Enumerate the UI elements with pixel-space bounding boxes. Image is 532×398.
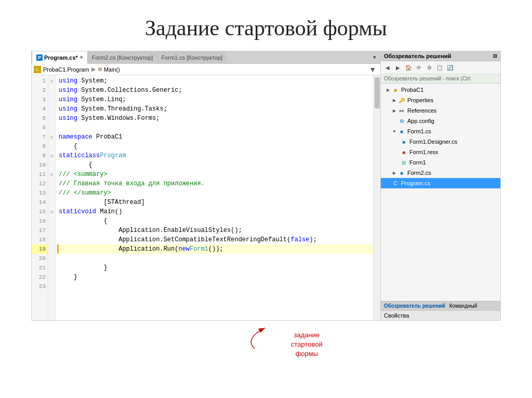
toolbar-back-btn[interactable]: ◀ [383, 63, 392, 72]
cm-8 [48, 142, 55, 151]
cm-7[interactable]: ⊟ [48, 132, 55, 142]
toolbar-copy-btn[interactable]: 📋 [435, 63, 444, 72]
tree-label-probac1: ProbaC1 [401, 87, 423, 93]
code-line-14: [STAthread] [59, 198, 373, 207]
solution-bottom-tabs: Обозреватель решений Командный [381, 301, 500, 310]
solution-explorer: Обозреватель решений ⊟ ◀ ▶ 🏠 ⟳ ⚙ 📋 🔄 Обо… [381, 51, 500, 320]
tree-item-properties[interactable]: ▶ 🔑 Properties [381, 95, 500, 105]
annotation-arrow-svg [234, 323, 296, 354]
toolbar-home-btn[interactable]: 🏠 [404, 63, 413, 72]
tree-icon-programcs: C [391, 179, 400, 187]
tree-label-appconfig: App.config [407, 118, 434, 124]
toolbar-settings-btn[interactable]: ⚙ [424, 63, 434, 72]
breadcrumb-nav[interactable]: ▼ [367, 65, 378, 74]
code-line-12: /// Главная точка входа для приложения. [59, 179, 373, 188]
tree-label-form1resx: Form1.resx [409, 149, 438, 155]
tree-icon-solution: ■ [391, 86, 400, 94]
tree-item-probac1[interactable]: ▶ ■ ProbaC1 [381, 85, 500, 95]
code-line-23 [59, 282, 373, 291]
tree-label-form1: Form1 [409, 159, 426, 166]
tab-bar: P Program.cs* × Form2.cs [Конструктор] F… [32, 51, 380, 64]
solution-title: Обозреватель решений [384, 53, 451, 59]
tree-label-form1cs: Form1.cs [407, 128, 431, 134]
tab-program-cs[interactable]: P Program.cs* × [32, 51, 88, 64]
annotation-text: задание стартовой формы [291, 331, 323, 359]
cm-22 [48, 272, 55, 282]
cm-5 [48, 114, 55, 123]
tab-icon-1: P [36, 54, 43, 61]
code-line-6 [59, 123, 373, 132]
tab-form2[interactable]: Form2.cs [Конструктор] [88, 51, 157, 64]
cm-11[interactable]: ⊟ [48, 170, 55, 179]
code-line-22: } [59, 272, 373, 282]
solution-tree: ▶ ■ ProbaC1 ▶ 🔑 Properties ▶ ■■ Referenc… [381, 84, 500, 301]
tab-close-icon[interactable]: × [80, 54, 83, 60]
tree-arrow-properties: ▶ [391, 97, 397, 103]
tree-arrow-form1cs: ▼ [391, 128, 397, 134]
tree-item-references[interactable]: ▶ ■■ References [381, 105, 500, 116]
cm-14 [48, 198, 55, 207]
tree-icon-form1resx: ■ [400, 148, 408, 156]
tree-item-form2cs[interactable]: ▶ ■ Form2.cs [381, 168, 500, 178]
cm-1[interactable]: ⊟ [48, 76, 55, 86]
toolbar-sync-btn[interactable]: 🔄 [445, 63, 455, 72]
tab-label-active: Program.cs* [44, 54, 78, 61]
code-line-15: static void Main() [59, 207, 373, 216]
code-line-19: Application.Run(new Form1()); [57, 244, 373, 254]
editor-panel: P Program.cs* × Form2.cs [Конструктор] F… [32, 51, 381, 320]
code-line-1: using System; [59, 76, 373, 86]
tree-item-programcs[interactable]: C Program.cs [381, 178, 500, 188]
tree-item-form1cs[interactable]: ▼ ■ Form1.cs [381, 126, 500, 136]
cm-15[interactable]: ⊟ [48, 207, 55, 216]
tree-item-form1designer[interactable]: ■ Form1.Designer.cs [381, 136, 500, 147]
page-title: Задание стартовой формы [0, 0, 532, 51]
code-line-3: using System.Linq; [59, 95, 373, 104]
tab-label-form1: Form1.cs [Конструктор] [161, 54, 222, 61]
tree-item-form1[interactable]: ⊞ Form1 [381, 157, 500, 168]
code-line-10: { [59, 160, 373, 170]
cm-6 [48, 123, 55, 132]
cm-16 [48, 216, 55, 226]
editor-scrollbar[interactable] [373, 75, 380, 320]
code-line-21: } [59, 263, 373, 272]
breadcrumb-method: Main() [104, 66, 120, 73]
cm-2 [48, 86, 55, 95]
tree-label-references: References [407, 107, 436, 114]
toolbar-refresh-btn[interactable]: ⟳ [414, 63, 423, 72]
toolbar-fwd-btn[interactable]: ▶ [393, 63, 403, 72]
breadcrumb-separator: ▶ [91, 66, 96, 73]
breadcrumb-bar: C ProbaC1.Program ▶ ⚙ Main() ▼ [32, 64, 380, 75]
code-line-20 [59, 254, 373, 263]
tree-item-form1resx[interactable]: ■ Form1.resx [381, 147, 500, 157]
properties-label: Свойства [384, 312, 409, 319]
code-lines: using System; using System.Collections.G… [56, 75, 373, 320]
solution-tab-command[interactable]: Командный [449, 303, 477, 309]
tree-label-form1designer: Form1.Designer.cs [409, 139, 457, 145]
cm-21 [48, 263, 55, 272]
cm-23 [48, 282, 55, 291]
cm-12 [48, 179, 55, 188]
code-line-7: namespace ProbaC1 [59, 132, 373, 142]
cm-18 [48, 235, 55, 244]
cm-13 [48, 188, 55, 198]
solution-search: Обозреватель решений - поиск (Ctrl [381, 74, 500, 84]
tab-form1[interactable]: Form1.cs [Конструктор] [157, 51, 227, 64]
tree-icon-form1cs: ■ [397, 127, 406, 135]
breadcrumb-class-icon: C [34, 66, 41, 73]
tree-item-appconfig[interactable]: ⚙ App.config [381, 116, 500, 126]
cm-20 [48, 254, 55, 263]
code-line-16: { [59, 216, 373, 226]
solution-header: Обозреватель решений ⊟ [381, 51, 500, 61]
code-line-17: Application.EnableVisualStyles(); [59, 226, 373, 235]
code-line-13: /// </summary> [59, 188, 373, 198]
tree-icon-properties: 🔑 [397, 96, 406, 104]
breadcrumb-class: ProbaC1.Program [43, 66, 89, 73]
tree-label-properties: Properties [407, 97, 433, 103]
tab-dropdown-btn[interactable]: ▼ [369, 54, 380, 60]
cm-17 [48, 226, 55, 235]
solution-tab-explorer[interactable]: Обозреватель решений [384, 303, 445, 309]
cm-9[interactable]: ⊟ [48, 151, 55, 160]
tree-arrow-references: ▶ [391, 107, 397, 114]
code-line-4: using System.Threading.Tasks; [59, 104, 373, 114]
main-container: P Program.cs* × Form2.cs [Конструктор] F… [31, 51, 501, 321]
